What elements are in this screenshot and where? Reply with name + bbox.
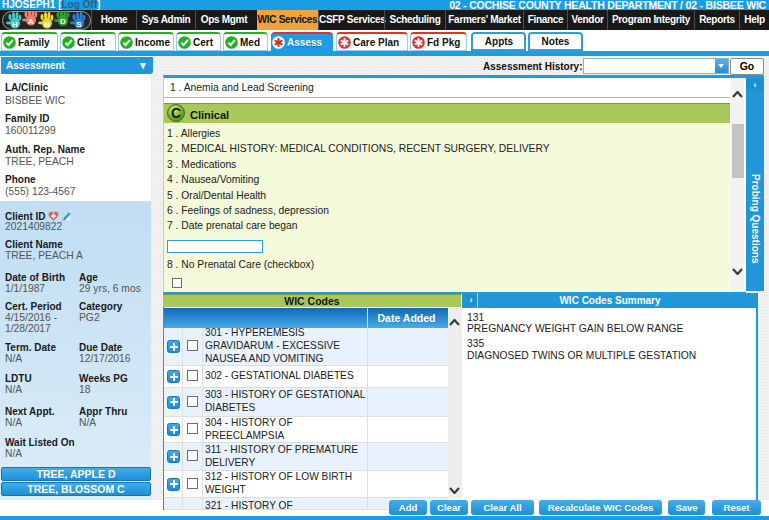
svg-text:A: A [28, 17, 34, 26]
svg-text:S: S [76, 20, 82, 29]
svg-text:N: N [44, 20, 50, 29]
svg-text:H: H [12, 20, 18, 29]
svg-text:D: D [60, 17, 66, 26]
